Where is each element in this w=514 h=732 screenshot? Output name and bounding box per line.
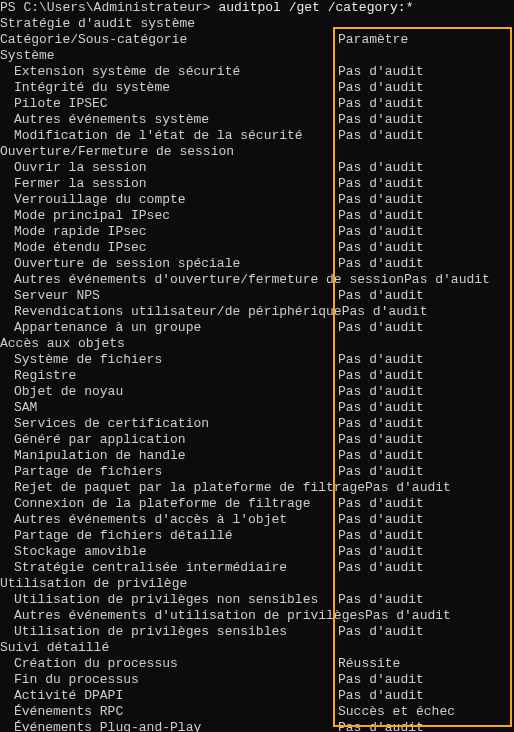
subcategory-label: Extension système de sécurité	[0, 64, 240, 80]
subcategory-row: Rejet de paquet par la plateforme de fil…	[0, 480, 514, 496]
category-name: Utilisation de privilège	[0, 576, 187, 592]
subcategory-label: Ouvrir la session	[0, 160, 147, 176]
subcategory-param: Pas d'audit	[338, 128, 424, 144]
subcategory-label: Ouverture de session spéciale	[0, 256, 240, 272]
subcategory-label: Création du processus	[0, 656, 178, 672]
subcategory-row: Ouvrir la sessionPas d'audit	[0, 160, 514, 176]
subcategory-label: Fermer la session	[0, 176, 147, 192]
subcategory-label: Registre	[0, 368, 76, 384]
subcategory-param: Pas d'audit	[338, 80, 424, 96]
audit-output: SystèmeExtension système de sécuritéPas …	[0, 48, 514, 732]
subcategory-param: Pas d'audit	[338, 496, 424, 512]
subcategory-param: Pas d'audit	[338, 448, 424, 464]
subcategory-row: Autres événements d'ouverture/fermeture …	[0, 272, 514, 288]
subcategory-row: Autres événements d'accès à l'objetPas d…	[0, 512, 514, 528]
subcategory-row: Services de certificationPas d'audit	[0, 416, 514, 432]
subcategory-row: Création du processusRéussite	[0, 656, 514, 672]
subcategory-param: Pas d'audit	[338, 384, 424, 400]
column-header-left: Catégorie/Sous-catégorie	[0, 32, 187, 48]
terminal-prompt-line: PS C:\Users\Administrateur> auditpol /ge…	[0, 0, 514, 16]
subcategory-param: Pas d'audit	[338, 720, 424, 732]
subcategory-row: Serveur NPSPas d'audit	[0, 288, 514, 304]
category-row: Système	[0, 48, 514, 64]
subcategory-row: Utilisation de privilèges non sensiblesP…	[0, 592, 514, 608]
subcategory-row: Activité DPAPIPas d'audit	[0, 688, 514, 704]
subcategory-row: Stratégie centralisée intermédiairePas d…	[0, 560, 514, 576]
subcategory-param: Pas d'audit	[338, 624, 424, 640]
subcategory-label: Activité DPAPI	[0, 688, 123, 704]
category-row: Utilisation de privilège	[0, 576, 514, 592]
subcategory-label: Partage de fichiers détaillé	[0, 528, 232, 544]
subcategory-row: Événements Plug-and-PlayPas d'audit	[0, 720, 514, 732]
subcategory-param: Pas d'audit	[338, 240, 424, 256]
subcategory-label: Stockage amovible	[0, 544, 147, 560]
subcategory-label: Appartenance à un groupe	[0, 320, 201, 336]
subcategory-param: Pas d'audit	[338, 176, 424, 192]
subcategory-label: Objet de noyau	[0, 384, 123, 400]
subcategory-param: Pas d'audit	[338, 352, 424, 368]
category-name: Suivi détaillé	[0, 640, 109, 656]
subcategory-param: Pas d'audit	[338, 160, 424, 176]
category-name: Ouverture/Fermeture de session	[0, 144, 234, 160]
subcategory-param: Pas d'audit	[338, 112, 424, 128]
subcategory-label: Autres événements d'utilisation de privi…	[0, 608, 451, 624]
prompt-path: PS C:\Users\Administrateur>	[0, 0, 218, 15]
subcategory-label: Fin du processus	[0, 672, 139, 688]
subcategory-row: Partage de fichiers détailléPas d'audit	[0, 528, 514, 544]
category-row: Suivi détaillé	[0, 640, 514, 656]
subcategory-label: Rejet de paquet par la plateforme de fil…	[0, 480, 451, 496]
subcategory-label: Événements Plug-and-Play	[0, 720, 201, 732]
subcategory-row: RegistrePas d'audit	[0, 368, 514, 384]
subcategory-label: Mode rapide IPsec	[0, 224, 147, 240]
category-name: Accès aux objets	[0, 336, 125, 352]
subcategory-row: Événements RPCSuccès et échec	[0, 704, 514, 720]
subcategory-label: Généré par application	[0, 432, 186, 448]
category-name: Système	[0, 48, 55, 64]
subcategory-param: Pas d'audit	[338, 208, 424, 224]
subcategory-label: Verrouillage du compte	[0, 192, 186, 208]
subcategory-label: Intégrité du système	[0, 80, 170, 96]
subcategory-label: Connexion de la plateforme de filtrage	[0, 496, 310, 512]
subcategory-label: Mode principal IPsec	[0, 208, 170, 224]
subcategory-label: Partage de fichiers	[0, 464, 162, 480]
subcategory-param: Pas d'audit	[338, 688, 424, 704]
subcategory-param: Pas d'audit	[338, 192, 424, 208]
subcategory-row: Revendications utilisateur/de périphériq…	[0, 304, 514, 320]
column-headers: Catégorie/Sous-catégorie Paramètre	[0, 32, 514, 48]
subcategory-label: SAM	[0, 400, 37, 416]
subcategory-param: Pas d'audit	[338, 432, 424, 448]
subcategory-label: Autres événements d'ouverture/fermeture …	[0, 272, 490, 288]
subcategory-row: Appartenance à un groupePas d'audit	[0, 320, 514, 336]
subcategory-param: Réussite	[338, 656, 400, 672]
subcategory-param: Pas d'audit	[338, 592, 424, 608]
subcategory-param: Pas d'audit	[338, 400, 424, 416]
subcategory-row: Généré par applicationPas d'audit	[0, 432, 514, 448]
subcategory-param: Pas d'audit	[338, 560, 424, 576]
subcategory-row: Manipulation de handlePas d'audit	[0, 448, 514, 464]
header-line: Stratégie d'audit système	[0, 16, 514, 32]
subcategory-row: Fermer la sessionPas d'audit	[0, 176, 514, 192]
subcategory-row: Système de fichiersPas d'audit	[0, 352, 514, 368]
subcategory-label: Autres événements d'accès à l'objet	[0, 512, 287, 528]
subcategory-label: Utilisation de privilèges sensibles	[0, 624, 287, 640]
subcategory-row: Intégrité du systèmePas d'audit	[0, 80, 514, 96]
subcategory-param: Pas d'audit	[338, 368, 424, 384]
subcategory-label: Modification de l'état de la sécurité	[0, 128, 303, 144]
command-text: auditpol /get /category:*	[218, 0, 413, 15]
subcategory-param: Pas d'audit	[338, 528, 424, 544]
subcategory-row: Mode rapide IPsecPas d'audit	[0, 224, 514, 240]
subcategory-row: Mode étendu IPsecPas d'audit	[0, 240, 514, 256]
subcategory-label: Pilote IPSEC	[0, 96, 108, 112]
subcategory-row: Partage de fichiersPas d'audit	[0, 464, 514, 480]
category-row: Ouverture/Fermeture de session	[0, 144, 514, 160]
subcategory-row: Extension système de sécuritéPas d'audit	[0, 64, 514, 80]
subcategory-label: Manipulation de handle	[0, 448, 186, 464]
subcategory-row: Ouverture de session spécialePas d'audit	[0, 256, 514, 272]
subcategory-row: Connexion de la plateforme de filtragePa…	[0, 496, 514, 512]
subcategory-row: SAMPas d'audit	[0, 400, 514, 416]
subcategory-row: Fin du processusPas d'audit	[0, 672, 514, 688]
subcategory-param: Pas d'audit	[338, 320, 424, 336]
subcategory-label: Stratégie centralisée intermédiaire	[0, 560, 287, 576]
subcategory-param: Pas d'audit	[338, 416, 424, 432]
subcategory-param: Pas d'audit	[338, 224, 424, 240]
